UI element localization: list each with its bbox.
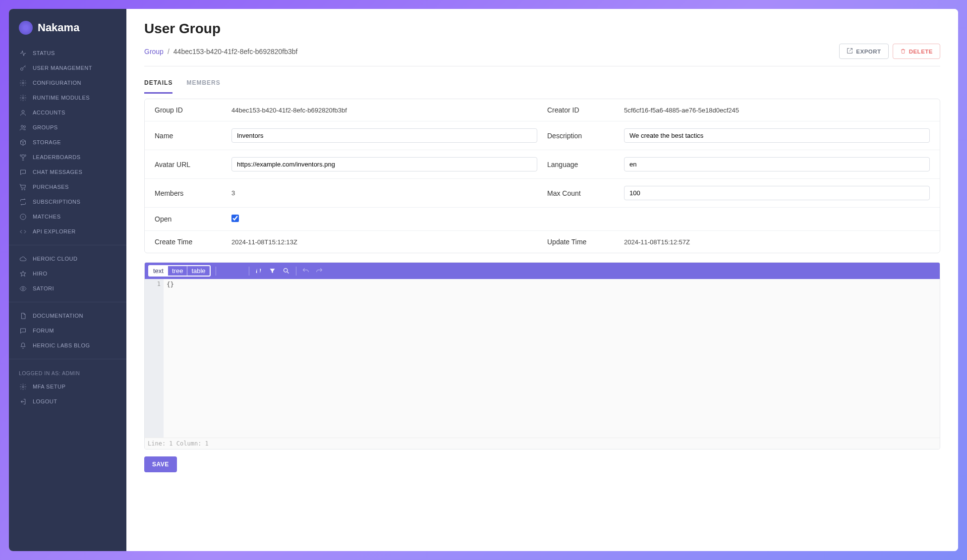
save-button[interactable]: SAVE	[144, 456, 177, 472]
brand-logo-icon	[19, 21, 33, 35]
editor-body[interactable]: 1 {}	[145, 279, 940, 438]
nav-item-label: Subscriptions	[33, 199, 80, 205]
editor-mode-table[interactable]: table	[187, 266, 209, 276]
sidebar-item-hiro[interactable]: Hiro	[9, 266, 126, 281]
open-label: Open	[155, 215, 222, 223]
svg-point-3	[22, 110, 24, 112]
nav-divider	[9, 302, 126, 302]
breadcrumb-root-link[interactable]: Group	[144, 48, 164, 56]
sidebar-item-status[interactable]: Status	[9, 46, 126, 60]
nav-item-label: Heroic Cloud	[33, 256, 77, 262]
page-title: User Group	[144, 21, 940, 37]
row-open: Open	[145, 208, 940, 231]
cart-icon	[19, 183, 27, 191]
chat-icon	[19, 168, 27, 176]
editor-content[interactable]: {}	[164, 279, 940, 438]
compact-icon[interactable]	[235, 267, 244, 276]
star-icon	[19, 270, 27, 278]
svg-point-5	[23, 125, 25, 127]
code-icon	[19, 227, 27, 235]
sidebar-item-runtime-modules[interactable]: Runtime Modules	[9, 90, 126, 105]
editor-mode-tree[interactable]: tree	[168, 266, 187, 276]
sidebar-item-configuration[interactable]: Configuration	[9, 75, 126, 90]
search-icon[interactable]	[282, 267, 291, 276]
nav-item-label: Forum	[33, 328, 54, 334]
undo-icon[interactable]	[301, 267, 310, 276]
editor-mode-text[interactable]: text	[149, 266, 168, 276]
nav-item-label: Documentation	[33, 313, 83, 319]
language-input[interactable]	[624, 157, 930, 171]
avatar-url-input[interactable]	[231, 157, 537, 171]
svg-point-10	[22, 287, 24, 289]
members-value: 3	[231, 189, 537, 197]
nav-item-label: Chat Messages	[33, 169, 82, 175]
maxcount-label: Max Count	[547, 189, 614, 197]
nav-item-label: Storage	[33, 139, 61, 145]
sidebar-item-api-explorer[interactable]: API Explorer	[9, 224, 126, 239]
sidebar-item-leaderboards[interactable]: Leaderboards	[9, 150, 126, 165]
sidebar-item-matches[interactable]: Matches	[9, 209, 126, 224]
nav-docs-section: DocumentationForumHeroic Labs Blog	[9, 308, 126, 353]
sidebar-item-heroic-cloud[interactable]: Heroic Cloud	[9, 251, 126, 266]
filter-icon[interactable]	[268, 267, 277, 276]
format-icon[interactable]	[221, 267, 230, 276]
page-icon	[19, 312, 27, 320]
page-actions: EXPORT DELETE	[839, 44, 940, 59]
sidebar-item-heroic-labs-blog[interactable]: Heroic Labs Blog	[9, 338, 126, 353]
sidebar-item-purchases[interactable]: Purchases	[9, 179, 126, 194]
editor-mode-group: text tree table	[148, 265, 211, 277]
sidebar-item-user-management[interactable]: User Management	[9, 60, 126, 75]
nav-item-label: Hiro	[33, 271, 48, 277]
gear-icon	[19, 383, 27, 391]
svg-point-1	[22, 82, 24, 84]
trophy-icon	[19, 153, 27, 161]
sort-icon[interactable]	[254, 267, 263, 276]
delete-button-label: DELETE	[909, 49, 933, 55]
sidebar: Nakama StatusUser ManagementConfiguratio…	[9, 9, 126, 551]
row-avatar: Avatar URL Language	[145, 150, 940, 179]
trash-icon	[900, 48, 906, 55]
tabs: DETAILS MEMBERS	[144, 74, 940, 94]
details-panel: Group ID 44bec153-b420-41f2-8efc-b692820…	[144, 99, 940, 253]
nav-account-section: MFA SetupLogout	[9, 379, 126, 409]
tab-details[interactable]: DETAILS	[144, 74, 172, 94]
tab-members[interactable]: MEMBERS	[186, 74, 220, 94]
sidebar-item-documentation[interactable]: Documentation	[9, 308, 126, 323]
bell-icon	[19, 341, 27, 349]
export-button[interactable]: EXPORT	[839, 44, 888, 59]
json-editor: text tree table 1 {} Line: 1 Column:	[144, 262, 940, 449]
nav-main-section: StatusUser ManagementConfigurationRuntim…	[9, 46, 126, 239]
redo-icon[interactable]	[315, 267, 324, 276]
sidebar-item-forum[interactable]: Forum	[9, 323, 126, 338]
delete-button[interactable]: DELETE	[893, 44, 940, 59]
nav-divider	[9, 359, 126, 359]
sidebar-item-logout[interactable]: Logout	[9, 394, 126, 409]
sidebar-item-accounts[interactable]: Accounts	[9, 105, 126, 120]
open-checkbox[interactable]	[231, 215, 239, 222]
description-input[interactable]	[624, 128, 930, 143]
sidebar-item-storage[interactable]: Storage	[9, 135, 126, 150]
sidebar-item-mfa-setup[interactable]: MFA Setup	[9, 379, 126, 394]
nav-item-label: Leaderboards	[33, 154, 80, 160]
svg-point-4	[21, 125, 23, 127]
name-input[interactable]	[231, 128, 537, 143]
svg-point-0	[20, 67, 23, 70]
sidebar-item-groups[interactable]: Groups	[9, 120, 126, 135]
sidebar-item-chat-messages[interactable]: Chat Messages	[9, 165, 126, 179]
sidebar-item-subscriptions[interactable]: Subscriptions	[9, 194, 126, 209]
cloud-icon	[19, 255, 27, 263]
activity-icon	[19, 49, 27, 57]
nav-item-label: Runtime Modules	[33, 95, 90, 101]
svg-point-7	[24, 189, 25, 190]
group-id-label: Group ID	[155, 106, 222, 114]
chat-icon	[19, 327, 27, 335]
swords-icon	[19, 213, 27, 221]
nav-item-label: Accounts	[33, 110, 65, 115]
maxcount-input[interactable]	[624, 186, 930, 200]
sidebar-item-satori[interactable]: Satori	[9, 281, 126, 296]
eye-icon	[19, 284, 27, 292]
name-label: Name	[155, 132, 222, 140]
create-time-label: Create Time	[155, 238, 222, 246]
members-label: Members	[155, 189, 222, 197]
nav-item-label: MFA Setup	[33, 384, 65, 390]
